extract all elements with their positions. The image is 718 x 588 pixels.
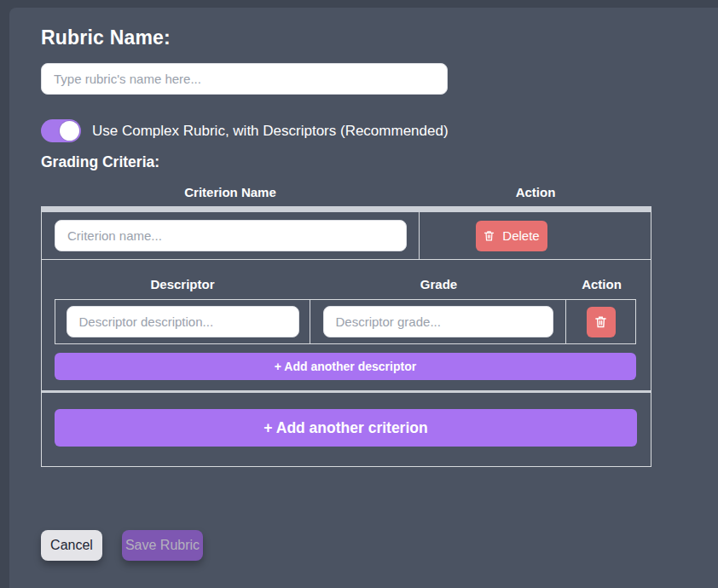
cancel-button[interactable]: Cancel: [41, 530, 102, 561]
descriptor-table-header: Descriptor Grade Action: [55, 277, 636, 291]
grade-column-header: Grade: [310, 277, 567, 291]
criterion-name-column-header: Criterion Name: [41, 185, 420, 199]
grading-criteria-heading: Grading Criteria:: [41, 153, 159, 171]
rubric-editor-modal: Rubric Name: Use Complex Rubric, with De…: [9, 8, 718, 588]
delete-criterion-button[interactable]: Delete: [476, 221, 547, 251]
rubric-name-input[interactable]: [41, 63, 448, 95]
descriptor-column-header: Descriptor: [55, 277, 310, 291]
descriptor-grade-cell: [310, 300, 566, 343]
descriptor-section: Descriptor Grade Action: [42, 260, 651, 390]
criterion-action-cell: Delete: [420, 212, 651, 259]
criterion-name-cell: [42, 212, 420, 259]
descriptor-action-cell: [566, 300, 635, 343]
trash-icon: [483, 229, 495, 242]
criteria-table-header: Criterion Name Action: [41, 185, 651, 199]
rubric-name-heading: Rubric Name:: [41, 26, 171, 49]
complex-rubric-toggle-row: Use Complex Rubric, with Descriptors (Re…: [41, 119, 449, 142]
descriptor-action-column-header: Action: [567, 277, 636, 291]
footer-actions: Cancel Save Rubric: [41, 530, 203, 561]
criterion-action-column-header: Action: [420, 185, 651, 199]
criteria-table: Delete Descriptor Grade Action: [41, 206, 651, 467]
delete-descriptor-button[interactable]: [587, 307, 616, 337]
descriptor-description-input[interactable]: [67, 306, 299, 337]
delete-button-label: Delete: [502, 228, 539, 243]
save-rubric-button[interactable]: Save Rubric: [122, 530, 203, 561]
descriptor-grade-input[interactable]: [323, 306, 553, 337]
add-descriptor-button[interactable]: + Add another descriptor: [55, 353, 636, 380]
descriptor-description-cell: [55, 300, 310, 343]
complex-rubric-toggle[interactable]: [41, 119, 81, 142]
trash-icon: [594, 314, 608, 329]
criterion-name-input[interactable]: [55, 220, 407, 251]
add-criterion-section: + Add another criterion: [42, 393, 651, 447]
toggle-knob-icon: [60, 121, 79, 141]
add-criterion-button[interactable]: + Add another criterion: [55, 409, 637, 447]
criterion-row: Delete: [42, 212, 651, 260]
descriptor-row: [55, 299, 636, 344]
complex-rubric-toggle-label: Use Complex Rubric, with Descriptors (Re…: [92, 123, 449, 140]
